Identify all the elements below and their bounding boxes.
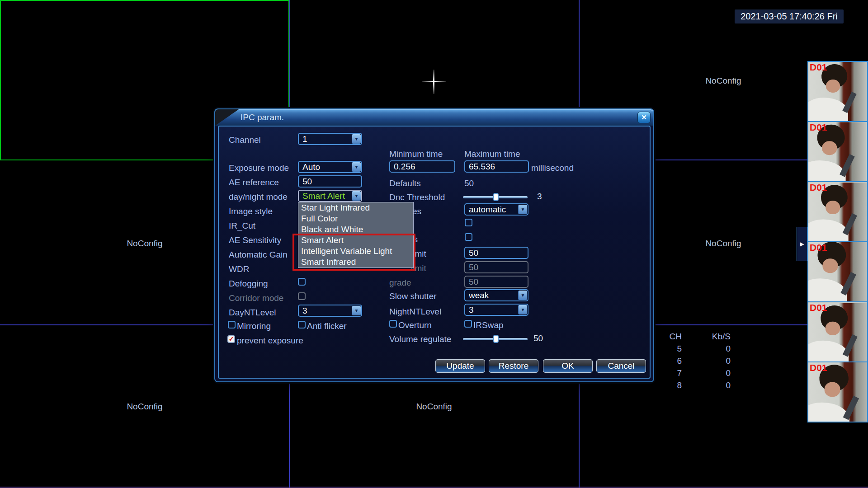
channel-tag: D01	[810, 302, 827, 313]
thumbnail-strip-collapse-button[interactable]: ▶	[797, 227, 807, 261]
bitrate-rate: 0	[682, 379, 731, 391]
dnc-threshold-slider[interactable]	[463, 192, 528, 202]
chevron-down-icon[interactable]: ▼	[352, 162, 361, 172]
day-night-mode-label: day/night mode	[229, 192, 288, 202]
night-nt-level-dropdown[interactable]: 3 ▼	[464, 304, 528, 316]
datetime-display: 2021-03-05 17:40:26 Fri	[735, 9, 844, 23]
maximum-time-label: Maximum time	[464, 149, 520, 159]
slider-knob[interactable]	[493, 193, 499, 201]
minimum-time-label: Minimum time	[389, 149, 443, 159]
iris-checkbox[interactable]	[465, 233, 472, 241]
bitrate-table: CH Kb/S 5 0 6 0 7 0 8 0	[661, 330, 731, 391]
update-button[interactable]: Update	[435, 359, 485, 373]
channel-tag: D01	[810, 362, 827, 373]
day-nt-level-label: DayNTLevel	[229, 308, 276, 318]
bitrate-rate: 0	[682, 355, 731, 367]
day-night-mode-dropdown[interactable]: Smart Alert ▼	[298, 190, 362, 202]
chevron-down-icon[interactable]: ▼	[352, 306, 361, 315]
bitrate-row: 8 0	[661, 379, 731, 391]
option-star-light-infrared[interactable]: Star Light Infrared	[298, 202, 413, 213]
checkbox-row-obscured[interactable]	[465, 219, 472, 226]
chevron-down-icon[interactable]: ▼	[518, 291, 527, 300]
grade-label: grade	[389, 278, 411, 288]
chevron-down-icon[interactable]: ▼	[352, 191, 361, 201]
channel-value: 1	[302, 134, 307, 144]
titlebar-corner-decoration	[215, 109, 239, 126]
ok-button[interactable]: OK	[543, 359, 593, 373]
snapshot-thumbnail[interactable]: D01	[807, 61, 868, 122]
mirroring-label: Mirroring	[237, 321, 271, 331]
lower-limit-input[interactable]: 50	[464, 247, 528, 259]
bitrate-rate: 0	[682, 343, 731, 355]
ae-sensitivity-label: AE Sensitivity	[229, 235, 281, 245]
channel-label: Channel	[229, 135, 261, 145]
snapshot-thumbnail[interactable]: D01	[807, 301, 868, 362]
option-full-color[interactable]: Full Color	[298, 213, 413, 224]
dnc-threshold-label: Dnc Threshold	[389, 192, 445, 202]
corridor-mode-checkbox[interactable]	[298, 292, 306, 300]
snapshot-thumbnail[interactable]: D01	[807, 181, 868, 242]
volume-regulate-slider[interactable]	[463, 334, 528, 343]
upper-limit-input: 50	[464, 261, 528, 273]
day-nt-level-value: 3	[302, 305, 307, 316]
wdr-label: WDR	[229, 264, 249, 274]
noconfig-label: NoConfig	[127, 239, 162, 249]
dialog-titlebar[interactable]: IPC param.	[215, 109, 653, 126]
automatic-value: automatic	[469, 204, 506, 215]
restore-button[interactable]: Restore	[489, 359, 538, 373]
minimum-time-input[interactable]: 0.256	[389, 160, 455, 173]
defogging-checkbox[interactable]	[298, 278, 306, 286]
scenes-label-fragment: es	[412, 206, 421, 216]
ae-reference-input[interactable]: 50	[298, 175, 362, 188]
arrow-right-icon: ▶	[800, 241, 804, 247]
nvr-live-screen: NoConfig NoConfig NoConfig NoConfig NoCo…	[0, 0, 868, 488]
noconfig-label: NoConfig	[127, 402, 162, 412]
ir-swap-label: IRSwap	[473, 320, 504, 330]
day-night-mode-value: Smart Alert	[302, 191, 345, 201]
defaults-value: 50	[464, 178, 474, 188]
close-button[interactable]: ✕	[637, 112, 651, 123]
slider-knob[interactable]	[493, 335, 499, 343]
bitrate-row: 5 0	[661, 343, 731, 355]
exposure-mode-label: Exposure mode	[229, 163, 289, 173]
exposure-mode-dropdown[interactable]: Auto ▼	[298, 161, 362, 173]
noconfig-label: NoConfig	[705, 76, 741, 86]
snapshot-thumbnail[interactable]: D01	[807, 121, 868, 182]
chevron-down-icon[interactable]: ▼	[518, 305, 527, 314]
chevron-down-icon[interactable]: ▼	[352, 134, 361, 144]
exposure-mode-value: Auto	[302, 162, 320, 172]
channel-tag: D01	[810, 182, 827, 193]
bitrate-ch-header: CH	[661, 330, 682, 343]
day-nt-level-dropdown[interactable]: 3 ▼	[298, 305, 362, 317]
prevent-exposure-checkbox[interactable]: ✓	[227, 335, 235, 343]
snapshot-thumbnail[interactable]: D01	[807, 361, 868, 422]
grade-input: 50	[464, 276, 528, 288]
bitrate-channel: 7	[661, 367, 682, 379]
automatic-dropdown[interactable]: automatic ▼	[464, 203, 528, 216]
automatic-gain-label: Automatic Gain	[229, 250, 288, 260]
bitrate-channel: 8	[661, 379, 682, 391]
prevent-exposure-label: prevent exposure	[237, 336, 303, 346]
slow-shutter-value: weak	[469, 290, 489, 300]
noconfig-label: NoConfig	[705, 239, 741, 249]
cancel-button[interactable]: Cancel	[596, 359, 646, 373]
noconfig-label: NoConfig	[416, 402, 452, 412]
slow-shutter-label: Slow shutter	[389, 291, 437, 301]
ir-cut-label: IR_Cut	[229, 221, 255, 231]
overturn-label: Overturn	[398, 320, 432, 330]
channel-dropdown[interactable]: 1 ▼	[298, 133, 362, 145]
bitrate-row: 6 0	[661, 355, 731, 367]
anti-flicker-label: Anti flicker	[307, 321, 347, 331]
volume-regulate-value: 50	[533, 333, 543, 343]
bitrate-rate-header: Kb/S	[682, 330, 731, 343]
ir-swap-checkbox[interactable]	[464, 320, 472, 328]
snapshot-thumbnail[interactable]: D01	[807, 241, 868, 302]
defaults-label: Defaults	[389, 178, 421, 188]
maximum-time-input[interactable]: 65.536	[464, 160, 529, 173]
overturn-checkbox[interactable]	[389, 320, 397, 328]
dialog-title: IPC param.	[241, 113, 284, 122]
anti-flicker-checkbox[interactable]	[298, 321, 306, 328]
chevron-down-icon[interactable]: ▼	[518, 205, 527, 214]
slow-shutter-dropdown[interactable]: weak ▼	[464, 289, 528, 301]
mirroring-checkbox[interactable]	[228, 321, 236, 328]
